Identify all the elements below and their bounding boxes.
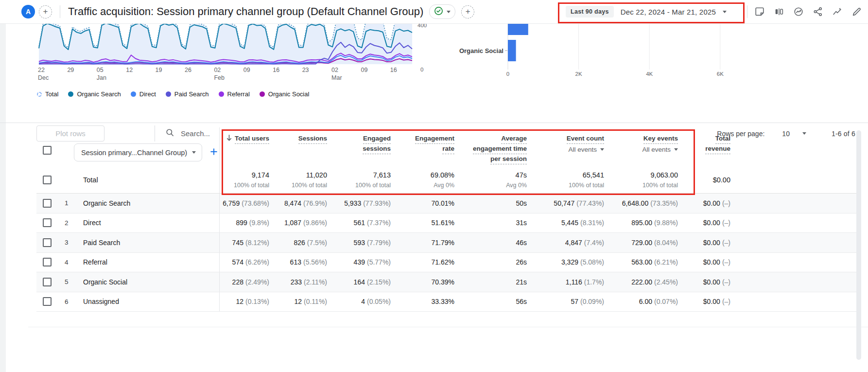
metric-value: 71.62% (432, 258, 454, 266)
add-comparison-button[interactable]: + (461, 5, 474, 18)
metric-value: 561 (354, 219, 365, 227)
row-checkbox[interactable] (43, 199, 52, 208)
metric-value: $0.00 (703, 258, 720, 266)
column-header-average-engagement-time-per-session[interactable]: Averageengagement timeper session (455, 127, 528, 167)
metric-percentage: (9.88%) (654, 219, 678, 227)
total-metric-subtext: 100% of total (642, 182, 678, 189)
header-action-icons (754, 6, 862, 17)
svg-text:02: 02 (214, 67, 221, 73)
svg-text:Dec: Dec (38, 74, 49, 81)
table-scrollbar[interactable] (856, 130, 861, 360)
column-header-engagement-rate[interactable]: Engagementrate (392, 127, 455, 167)
channel-name: Organic Search (83, 199, 130, 207)
column-header-engaged-sessions[interactable]: Engagedsessions (328, 127, 392, 167)
row-checkbox[interactable] (43, 218, 52, 227)
legend-item-organic-social: Organic Social (260, 90, 310, 98)
channel-name: Unassigned (83, 298, 119, 305)
add-report-button[interactable]: + (39, 5, 52, 18)
notes-icon[interactable] (754, 6, 765, 17)
legend-swatch (37, 92, 42, 97)
column-header-total-users[interactable]: Total users (219, 127, 270, 167)
add-dimension-button[interactable] (209, 147, 219, 161)
comparison-icon[interactable] (774, 6, 784, 17)
column-header-total-revenue[interactable]: Totalrevenue (679, 127, 731, 167)
channel-cell: 2Direct (59, 213, 219, 233)
dimension-selector[interactable]: Session primary...Channel Group) (74, 143, 202, 161)
header-label: sessions (363, 144, 391, 154)
column-header-sessions[interactable]: Sessions (270, 127, 328, 167)
metric-value: $0.00 (703, 278, 720, 286)
metric-cell: 222.00(2.45%) (605, 272, 679, 292)
metric-cell: 5,933(77.93%) (328, 194, 392, 213)
row-checkbox[interactable] (43, 258, 52, 266)
svg-text:09: 09 (243, 67, 250, 73)
metric-filter-key-events[interactable]: All events (642, 146, 678, 153)
metric-cell: 729.00(8.04%) (605, 233, 679, 252)
metric-cell: 46s (455, 233, 528, 252)
metric-value: 439 (354, 258, 365, 266)
metric-value: $0.00 (703, 199, 720, 207)
total-metric-cell: 11,020100% of total (270, 167, 328, 193)
total-metric-cell: 47sAvg 0% (455, 167, 528, 193)
select-all-checkbox[interactable] (43, 146, 52, 155)
report-status-badge[interactable] (429, 4, 455, 19)
metric-percentage: (73.35%) (650, 199, 678, 207)
metric-cell: 26s (455, 253, 528, 272)
total-metric-subtext: 100% of total (355, 182, 391, 189)
column-header-event-count[interactable]: Event countAll events (528, 127, 605, 167)
insights-icon[interactable] (793, 6, 804, 17)
ga-traffic-acquisition-report: A + Traffic acquisition: Session primary… (0, 0, 868, 372)
total-metric-cell: $0.00 (679, 167, 731, 193)
metric-value: 6,648.00 (622, 199, 649, 207)
table-row: 5Organic Social228(2.49%)233(2.11%)164(2… (36, 272, 858, 292)
metric-percentage: (7.4%) (584, 239, 604, 247)
metric-cell: 21s (455, 272, 528, 292)
sparkline-icon[interactable] (832, 6, 843, 17)
avatar[interactable]: A (21, 5, 35, 18)
date-preset-chip: Last 90 days (566, 6, 614, 18)
date-range-selector[interactable]: Last 90 days Dec 22, 2024 - Mar 21, 2025 (566, 4, 727, 19)
metric-value: 895.00 (631, 219, 652, 227)
total-metric-cell: 69.08%Avg 0% (392, 167, 455, 193)
chevron-down-icon (600, 148, 604, 151)
row-checkbox-cell (36, 194, 59, 213)
row-number: 4 (65, 259, 75, 266)
edit-icon[interactable] (851, 6, 862, 17)
legend-label: Organic Social (268, 90, 310, 98)
row-checkbox[interactable] (43, 297, 52, 306)
table-row: 3Paid Search745(8.12%)826(7.5%)593(7.79%… (36, 233, 858, 253)
total-row-checkbox-cell (36, 167, 59, 193)
legend-item-direct: Direct (131, 90, 156, 98)
metric-filter-event-count[interactable]: All events (568, 146, 604, 153)
metric-cell: $0.00(–) (679, 233, 731, 252)
metric-value: 899 (236, 219, 247, 227)
metric-value: 26s (516, 258, 527, 266)
metric-cell: 31s (455, 213, 528, 233)
column-header-key-events[interactable]: Key eventsAll events (605, 127, 679, 167)
metric-value: 6.00 (639, 298, 652, 305)
channel-name: Referral (83, 258, 107, 266)
metric-value: 4,847 (565, 239, 582, 247)
svg-text:02: 02 (331, 67, 338, 73)
metric-value: 826 (294, 239, 305, 247)
metric-value: 593 (354, 239, 365, 247)
row-checkbox[interactable] (43, 278, 52, 286)
metric-value: 12 (236, 298, 243, 305)
total-metric-subtext: Avg 0% (434, 182, 454, 189)
row-checkbox[interactable] (43, 238, 52, 247)
metric-cell: 71.62% (392, 253, 455, 272)
total-metric-value: 47s (516, 171, 527, 179)
metric-cell: 574(6.26%) (219, 253, 270, 272)
metric-percentage: (0.05%) (367, 298, 391, 305)
table-row: 6Unassigned12(0.13%)12(0.11%)4(0.05%)33.… (36, 292, 858, 312)
total-row-checkbox[interactable] (43, 176, 52, 184)
metric-cell: 4,847(7.4%) (528, 233, 605, 252)
metric-cell: 593(7.79%) (328, 233, 392, 252)
table-row: 4Referral574(6.26%)613(5.56%)439(5.77%)7… (36, 253, 858, 273)
total-metric-value: 9,174 (252, 171, 269, 179)
total-metric-subtext: Avg 0% (506, 182, 527, 189)
metric-value: $0.00 (703, 298, 720, 305)
share-icon[interactable] (813, 6, 823, 17)
row-checkbox-cell (36, 253, 59, 272)
metric-cell: 12(0.13%) (219, 292, 270, 312)
